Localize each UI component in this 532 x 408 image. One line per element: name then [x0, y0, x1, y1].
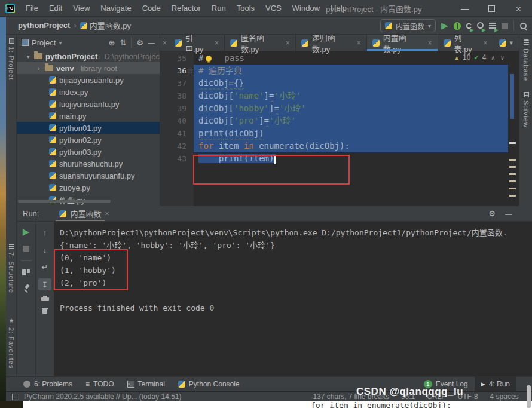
- coverage-button[interactable]: C: [466, 20, 472, 31]
- tree-row-file[interactable]: zuoye.py: [17, 182, 160, 194]
- restore-layout-icon[interactable]: [22, 269, 30, 275]
- locate-file-icon[interactable]: [109, 38, 115, 47]
- hide-panel-icon[interactable]: [505, 210, 512, 217]
- close-icon[interactable]: [160, 35, 169, 51]
- editor-tab[interactable]: 匿名函数.py: [225, 35, 296, 51]
- scroll-to-end-icon[interactable]: [38, 278, 51, 290]
- run-with-configuration-button[interactable]: [489, 20, 496, 31]
- editor-error-stripe[interactable]: [508, 51, 519, 206]
- toolwindow-bar-structure[interactable]: 7: Structure: [8, 244, 15, 293]
- editor-tab[interactable]: 内置函数.py: [367, 35, 438, 51]
- code-line[interactable]: 38dicObj['name']='小玲': [160, 90, 519, 102]
- menu-run[interactable]: Run: [207, 2, 231, 14]
- line-number: 42: [160, 140, 194, 152]
- up-stacktrace-icon[interactable]: [38, 226, 51, 238]
- prev-issue-icon[interactable]: [491, 54, 495, 61]
- collapsed-arrow-icon[interactable]: [36, 65, 42, 72]
- code-line[interactable]: 41print(dicObj): [160, 127, 519, 140]
- menu-view[interactable]: View: [68, 2, 94, 14]
- close-icon[interactable]: [286, 39, 290, 47]
- close-icon[interactable]: [215, 39, 219, 47]
- tree-row-file[interactable]: bijiaoyunsuanfu.py: [17, 74, 160, 86]
- close-icon[interactable]: [357, 39, 361, 47]
- project-panel-title[interactable]: Project: [32, 38, 56, 47]
- expanded-arrow-icon[interactable]: [25, 53, 31, 60]
- page-scrollbar[interactable]: [527, 385, 531, 408]
- code-area[interactable]: 35# pass36# 遍历字典37dicObj={}38dicObj['nam…: [160, 51, 519, 206]
- intention-bulb-icon[interactable]: [206, 56, 212, 62]
- toolwindow-button-6-problems[interactable]: 6: Problems: [17, 377, 79, 391]
- toolwindow-button-python-console[interactable]: Python Console: [172, 377, 246, 391]
- tree-row-root[interactable]: pythonProject D:\pythonProject1: [17, 50, 160, 62]
- toolwindow-bar-favorites[interactable]: 2: Favorites: [8, 317, 15, 369]
- minimize-icon[interactable]: [451, 0, 478, 17]
- rerun-button[interactable]: [23, 226, 30, 237]
- status-segment[interactable]: 4 spaces: [490, 392, 519, 401]
- gear-icon[interactable]: [136, 38, 143, 47]
- code-line[interactable]: 39dicObj['hobby']='小玲': [160, 102, 519, 115]
- toolwindow-button-todo[interactable]: TODO: [79, 377, 120, 391]
- run-button[interactable]: [441, 20, 448, 31]
- close-icon[interactable]: [505, 0, 532, 17]
- debug-button[interactable]: [454, 22, 461, 30]
- editor-tab[interactable]: 列表.py: [438, 35, 494, 51]
- tree-row-file[interactable]: shuruheshuchu.py: [17, 158, 160, 170]
- collapse-all-icon[interactable]: [120, 38, 126, 47]
- code-line[interactable]: 37dicObj={}: [160, 77, 519, 90]
- code-token: 'hobby': [234, 103, 269, 113]
- editor-tab[interactable]: 引用.py: [169, 35, 225, 51]
- menu-tools[interactable]: Tools: [232, 2, 259, 14]
- inspection-widget[interactable]: 10 4: [454, 53, 505, 62]
- pin-tab-icon[interactable]: [22, 284, 30, 292]
- menu-code[interactable]: Code: [137, 2, 166, 14]
- code-line[interactable]: 42for item in enumerate(dicObj):: [160, 140, 519, 152]
- toolwindow-bar-database[interactable]: Database: [522, 39, 530, 81]
- toolwindow-button-terminal[interactable]: ›_Terminal: [121, 377, 172, 391]
- project-horizontal-scrollbar[interactable]: [18, 200, 111, 203]
- profiler-button[interactable]: [477, 20, 484, 31]
- code-line[interactable]: 36# 遍历字典: [160, 65, 519, 77]
- tree-row-file[interactable]: python02.py: [17, 134, 160, 146]
- toolwindow-bar-project[interactable]: 1: Project: [8, 38, 15, 80]
- soft-wrap-icon[interactable]: [38, 261, 51, 273]
- close-icon[interactable]: [105, 210, 109, 218]
- run-tab[interactable]: 内置函数: [56, 206, 112, 221]
- run-configuration-select[interactable]: 内置函数: [380, 19, 436, 32]
- tree-row-file[interactable]: index.py: [17, 86, 160, 98]
- menu-edit[interactable]: Edit: [44, 2, 67, 14]
- chevron-down-icon[interactable]: [59, 39, 62, 46]
- code-line[interactable]: 43 print(item): [160, 152, 519, 165]
- toolwindow-bar-sciview[interactable]: SciView: [522, 92, 530, 128]
- tree-row-file[interactable]: python01.py: [17, 122, 160, 134]
- tree-row-venv[interactable]: venv library root: [17, 62, 160, 74]
- run-console-output[interactable]: D:\pythonProject1\pythonProject\venv\Scr…: [56, 224, 532, 376]
- editor-tab[interactable]: 递归函数.py: [296, 35, 367, 51]
- toolwindow-button-4-run[interactable]: 4: Run: [475, 377, 516, 391]
- menu-file[interactable]: File: [21, 2, 43, 14]
- tree-row-file[interactable]: main.py: [17, 110, 160, 122]
- print-icon[interactable]: [41, 296, 49, 302]
- next-issue-icon[interactable]: [500, 54, 505, 61]
- menu-navigate[interactable]: Navigate: [96, 2, 136, 14]
- python-file-icon: [301, 39, 308, 47]
- toolwindow-toggle-icon[interactable]: [12, 394, 19, 400]
- menu-vcs[interactable]: VCS: [261, 2, 286, 14]
- breadcrumb-project[interactable]: pythonProject: [18, 21, 70, 30]
- close-icon[interactable]: [483, 39, 487, 47]
- breadcrumb-file[interactable]: 内置函数.py: [90, 20, 131, 31]
- tree-row-file[interactable]: suanshuyunsuanfu.py: [17, 170, 160, 182]
- clear-console-icon[interactable]: [42, 308, 48, 314]
- update-notification[interactable]: PyCharm 2020.2.5 available // Up... (tod…: [24, 392, 181, 401]
- gear-icon[interactable]: [488, 209, 496, 218]
- maximize-icon[interactable]: [478, 0, 505, 17]
- down-stacktrace-icon[interactable]: [38, 244, 51, 256]
- tree-row-file[interactable]: luojiyunsuanfu.py: [17, 98, 160, 110]
- hide-panel-icon[interactable]: [148, 39, 155, 46]
- search-everywhere-icon[interactable]: [519, 22, 527, 30]
- code-line[interactable]: 40dicObj['pro']='小玲': [160, 115, 519, 127]
- close-icon[interactable]: [428, 39, 432, 47]
- menu-window[interactable]: Window: [288, 2, 325, 14]
- tree-row-file[interactable]: python03.py: [17, 146, 160, 158]
- hidden-tabs-dropdown[interactable]: [493, 35, 519, 51]
- menu-refactor[interactable]: Refactor: [167, 2, 206, 14]
